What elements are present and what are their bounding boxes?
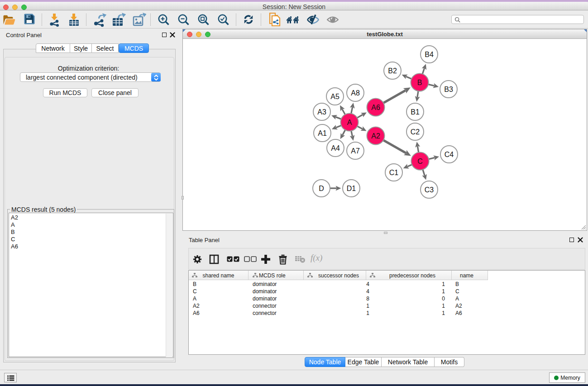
svg-text:B3: B3	[444, 86, 453, 93]
svg-text:B2: B2	[388, 67, 397, 75]
svg-text:B4: B4	[425, 51, 434, 58]
svg-text:A3: A3	[317, 108, 326, 116]
svg-text:D1: D1	[347, 185, 356, 192]
svg-text:A4: A4	[331, 144, 340, 152]
svg-text:A1: A1	[318, 129, 327, 137]
svg-text:A8: A8	[351, 89, 360, 97]
svg-text:B1: B1	[411, 108, 420, 116]
svg-text:C1: C1	[389, 169, 399, 176]
svg-text:C3: C3	[425, 186, 434, 194]
svg-text:B: B	[417, 79, 422, 86]
svg-text:A: A	[347, 119, 352, 126]
svg-text:C: C	[417, 157, 423, 165]
svg-text:C2: C2	[411, 128, 420, 136]
svg-text:C4: C4	[445, 151, 454, 158]
svg-text:A7: A7	[351, 147, 360, 155]
svg-text:A2: A2	[371, 132, 380, 140]
svg-text:D: D	[319, 185, 324, 192]
svg-text:A6: A6	[371, 104, 380, 111]
svg-text:A5: A5	[330, 93, 339, 100]
